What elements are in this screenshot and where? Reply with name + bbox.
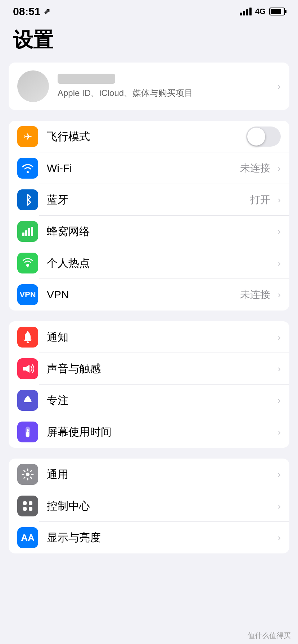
network-type: 4G — [255, 7, 266, 16]
hotspot-chevron: › — [277, 258, 281, 269]
apple-id-card[interactable]: Apple ID、iCloud、媒体与购买项目 › — [9, 63, 289, 110]
battery-body — [269, 8, 285, 15]
status-time: 08:51 ⇗ — [13, 5, 50, 18]
svg-rect-3 — [31, 227, 33, 236]
screentime-icon — [17, 422, 38, 442]
avatar — [17, 70, 49, 102]
cellular-label: 蜂窝网络 — [47, 224, 274, 239]
vpn-value: 未连接 — [240, 288, 270, 302]
vpn-icon: VPN — [17, 284, 38, 305]
general-icon — [17, 464, 38, 485]
vpn-label: VPN — [47, 289, 240, 301]
notifications-row[interactable]: 通知 › — [9, 321, 289, 353]
signal-bar-2 — [243, 11, 245, 15]
watermark: 值什么值得买 — [248, 631, 291, 640]
apple-id-chevron: › — [277, 81, 281, 92]
notifications-label: 通知 — [47, 330, 274, 345]
cellular-icon — [17, 221, 38, 242]
bluetooth-value: 打开 — [250, 193, 270, 207]
wifi-icon — [17, 158, 38, 179]
general-label: 通用 — [47, 467, 274, 482]
toggle-knob — [247, 128, 265, 146]
sound-label: 声音与触感 — [47, 362, 274, 376]
svg-point-5 — [27, 341, 29, 343]
time-display: 08:51 — [13, 5, 41, 18]
hotspot-label: 个人热点 — [47, 256, 274, 271]
sound-row[interactable]: 声音与触感 › — [9, 353, 289, 385]
controlcenter-row[interactable]: 控制中心 › — [9, 490, 289, 522]
signal-bar-3 — [246, 9, 248, 15]
wifi-row[interactable]: Wi-Fi 未连接 › — [9, 152, 289, 184]
svg-rect-11 — [23, 501, 27, 505]
focus-row[interactable]: 专注 › — [9, 385, 289, 416]
airplane-icon: ✈ — [17, 126, 38, 147]
controlcenter-label: 控制中心 — [47, 499, 274, 514]
apple-id-info: Apple ID、iCloud、媒体与购买项目 — [58, 74, 274, 99]
cellular-chevron: › — [277, 226, 281, 237]
apple-id-name — [58, 74, 115, 84]
status-bar: 08:51 ⇗ 4G — [0, 0, 298, 19]
vpn-row[interactable]: VPN VPN 未连接 › — [9, 279, 289, 310]
bluetooth-label: 蓝牙 — [47, 193, 250, 207]
signal-bars — [240, 8, 252, 15]
screentime-label: 屏幕使用时间 — [47, 425, 274, 440]
controlcenter-chevron: › — [277, 501, 281, 512]
screentime-chevron: › — [277, 427, 281, 438]
focus-chevron: › — [277, 395, 281, 406]
general-section: 通用 › 控制中心 › AA 显示与亮度 › — [9, 459, 289, 553]
display-row[interactable]: AA 显示与亮度 › — [9, 522, 289, 553]
signal-bar-4 — [249, 8, 252, 15]
display-chevron: › — [277, 532, 281, 543]
general-row[interactable]: 通用 › — [9, 459, 289, 490]
sound-chevron: › — [277, 363, 281, 374]
svg-rect-0 — [22, 233, 24, 236]
airplane-label: 飞行模式 — [47, 129, 246, 144]
notifications-chevron: › — [277, 332, 281, 343]
display-label: 显示与亮度 — [47, 530, 274, 545]
svg-rect-12 — [29, 501, 32, 505]
svg-rect-13 — [23, 507, 27, 511]
apple-id-section: Apple ID、iCloud、媒体与购买项目 › — [9, 63, 289, 110]
display-icon: AA — [17, 527, 38, 548]
airplane-mode-row[interactable]: ✈ 飞行模式 — [9, 121, 289, 152]
page-title: 设置 — [0, 19, 298, 63]
signal-bar-1 — [240, 13, 242, 15]
svg-point-10 — [26, 473, 30, 476]
wifi-chevron: › — [277, 163, 281, 174]
general-chevron: › — [277, 469, 281, 480]
connectivity-section: ✈ 飞行模式 Wi-Fi 未连接 › 蓝牙 打开 › — [9, 121, 289, 310]
cellular-row[interactable]: 蜂窝网络 › — [9, 216, 289, 247]
bluetooth-row[interactable]: 蓝牙 打开 › — [9, 184, 289, 216]
svg-rect-7 — [23, 367, 26, 371]
hotspot-icon — [17, 253, 38, 273]
focus-icon — [17, 390, 38, 411]
vpn-chevron: › — [277, 289, 281, 300]
focus-label: 专注 — [47, 393, 274, 408]
bluetooth-chevron: › — [277, 194, 281, 206]
bluetooth-icon — [17, 189, 38, 210]
notifications-section: 通知 › 声音与触感 › 专注 › — [9, 321, 289, 448]
notifications-icon — [17, 327, 38, 348]
svg-rect-2 — [28, 228, 30, 236]
svg-rect-14 — [29, 507, 32, 511]
svg-rect-9 — [26, 432, 29, 437]
sound-icon — [17, 358, 38, 379]
wifi-label: Wi-Fi — [47, 162, 240, 174]
hotspot-row[interactable]: 个人热点 › — [9, 247, 289, 279]
status-right: 4G — [240, 7, 285, 16]
svg-rect-1 — [25, 230, 27, 236]
controlcenter-icon — [17, 496, 38, 516]
wifi-value: 未连接 — [240, 161, 270, 175]
screentime-row[interactable]: 屏幕使用时间 › — [9, 416, 289, 448]
airplane-toggle[interactable] — [246, 126, 281, 147]
battery-indicator — [269, 8, 285, 15]
location-icon: ⇗ — [44, 7, 50, 16]
battery-fill — [271, 9, 281, 14]
apple-id-subtitle: Apple ID、iCloud、媒体与购买项目 — [58, 87, 274, 99]
